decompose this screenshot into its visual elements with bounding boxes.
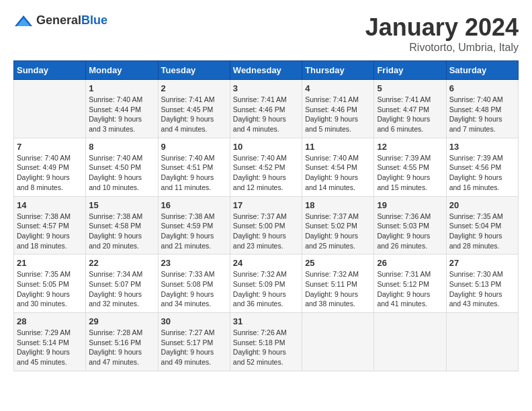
day-info: Sunrise: 7:38 AM Sunset: 4:58 PM Dayligh… xyxy=(89,212,154,251)
day-cell: 16Sunrise: 7:38 AM Sunset: 4:59 PM Dayli… xyxy=(158,196,230,255)
day-number: 21 xyxy=(17,258,83,268)
calendar-body: 1Sunrise: 7:40 AM Sunset: 4:44 PM Daylig… xyxy=(14,80,519,371)
day-number: 14 xyxy=(17,200,83,210)
day-info: Sunrise: 7:40 AM Sunset: 4:54 PM Dayligh… xyxy=(305,153,371,193)
day-cell: 26Sunrise: 7:31 AM Sunset: 5:12 PM Dayli… xyxy=(374,255,446,313)
day-info: Sunrise: 7:38 AM Sunset: 4:57 PM Dayligh… xyxy=(17,212,83,251)
day-number: 19 xyxy=(377,200,443,210)
header-cell-monday: Monday xyxy=(86,61,158,80)
day-number: 31 xyxy=(233,316,299,326)
day-info: Sunrise: 7:41 AM Sunset: 4:46 PM Dayligh… xyxy=(305,95,371,134)
day-number: 24 xyxy=(233,258,299,268)
day-info: Sunrise: 7:40 AM Sunset: 4:50 PM Dayligh… xyxy=(89,153,154,193)
day-cell: 3Sunrise: 7:41 AM Sunset: 4:46 PM Daylig… xyxy=(230,80,302,138)
day-cell: 24Sunrise: 7:32 AM Sunset: 5:09 PM Dayli… xyxy=(230,255,302,313)
day-info: Sunrise: 7:41 AM Sunset: 4:46 PM Dayligh… xyxy=(233,95,299,134)
day-info: Sunrise: 7:37 AM Sunset: 5:02 PM Dayligh… xyxy=(305,212,371,251)
day-cell: 6Sunrise: 7:40 AM Sunset: 4:48 PM Daylig… xyxy=(446,80,518,138)
header-cell-thursday: Thursday xyxy=(302,61,374,80)
day-number: 9 xyxy=(161,142,227,152)
day-info: Sunrise: 7:28 AM Sunset: 5:16 PM Dayligh… xyxy=(89,328,154,367)
week-row-3: 14Sunrise: 7:38 AM Sunset: 4:57 PM Dayli… xyxy=(14,196,519,255)
day-number: 25 xyxy=(305,258,371,268)
day-number: 11 xyxy=(305,142,371,152)
day-number: 22 xyxy=(89,258,154,268)
day-info: Sunrise: 7:39 AM Sunset: 4:56 PM Dayligh… xyxy=(449,153,515,193)
header-cell-tuesday: Tuesday xyxy=(158,61,230,80)
day-cell: 9Sunrise: 7:40 AM Sunset: 4:51 PM Daylig… xyxy=(158,138,230,196)
title-block: January 2024 Rivotorto, Umbria, Italy xyxy=(365,13,519,54)
day-cell: 29Sunrise: 7:28 AM Sunset: 5:16 PM Dayli… xyxy=(86,313,158,371)
day-cell: 11Sunrise: 7:40 AM Sunset: 4:54 PM Dayli… xyxy=(302,138,374,196)
day-cell: 7Sunrise: 7:40 AM Sunset: 4:49 PM Daylig… xyxy=(14,138,86,196)
day-info: Sunrise: 7:36 AM Sunset: 5:03 PM Dayligh… xyxy=(377,212,443,251)
day-number: 27 xyxy=(449,258,515,268)
day-number: 20 xyxy=(449,200,515,210)
day-cell: 17Sunrise: 7:37 AM Sunset: 5:00 PM Dayli… xyxy=(230,196,302,255)
day-number: 5 xyxy=(377,83,443,93)
day-number: 13 xyxy=(449,142,515,152)
header-cell-wednesday: Wednesday xyxy=(230,61,302,80)
day-cell xyxy=(14,80,86,138)
day-cell: 31Sunrise: 7:26 AM Sunset: 5:18 PM Dayli… xyxy=(230,313,302,371)
day-cell: 5Sunrise: 7:41 AM Sunset: 4:47 PM Daylig… xyxy=(374,80,446,138)
day-cell: 13Sunrise: 7:39 AM Sunset: 4:56 PM Dayli… xyxy=(446,138,518,196)
day-cell: 8Sunrise: 7:40 AM Sunset: 4:50 PM Daylig… xyxy=(86,138,158,196)
day-cell: 25Sunrise: 7:32 AM Sunset: 5:11 PM Dayli… xyxy=(302,255,374,313)
day-number: 10 xyxy=(233,142,299,152)
location-subtitle: Rivotorto, Umbria, Italy xyxy=(365,42,519,54)
day-info: Sunrise: 7:40 AM Sunset: 4:44 PM Dayligh… xyxy=(89,95,154,134)
day-info: Sunrise: 7:34 AM Sunset: 5:07 PM Dayligh… xyxy=(89,269,154,309)
day-cell xyxy=(446,313,518,371)
day-cell: 27Sunrise: 7:30 AM Sunset: 5:13 PM Dayli… xyxy=(446,255,518,313)
day-cell: 15Sunrise: 7:38 AM Sunset: 4:58 PM Dayli… xyxy=(86,196,158,255)
day-number: 30 xyxy=(161,316,227,326)
day-number: 18 xyxy=(305,200,371,210)
calendar-header: SundayMondayTuesdayWednesdayThursdayFrid… xyxy=(14,61,519,80)
day-info: Sunrise: 7:35 AM Sunset: 5:05 PM Dayligh… xyxy=(17,269,83,309)
day-info: Sunrise: 7:31 AM Sunset: 5:12 PM Dayligh… xyxy=(377,269,443,309)
day-cell: 10Sunrise: 7:40 AM Sunset: 4:52 PM Dayli… xyxy=(230,138,302,196)
day-info: Sunrise: 7:39 AM Sunset: 4:55 PM Dayligh… xyxy=(377,153,443,193)
day-cell: 30Sunrise: 7:27 AM Sunset: 5:17 PM Dayli… xyxy=(158,313,230,371)
header-cell-saturday: Saturday xyxy=(446,61,518,80)
day-cell: 19Sunrise: 7:36 AM Sunset: 5:03 PM Dayli… xyxy=(374,196,446,255)
day-info: Sunrise: 7:41 AM Sunset: 4:47 PM Dayligh… xyxy=(377,95,443,134)
day-info: Sunrise: 7:26 AM Sunset: 5:18 PM Dayligh… xyxy=(233,328,299,367)
day-cell: 21Sunrise: 7:35 AM Sunset: 5:05 PM Dayli… xyxy=(14,255,86,313)
day-number: 23 xyxy=(161,258,227,268)
day-number: 2 xyxy=(161,83,227,93)
day-info: Sunrise: 7:41 AM Sunset: 4:45 PM Dayligh… xyxy=(161,95,227,134)
day-number: 15 xyxy=(89,200,154,210)
logo-general: General xyxy=(36,13,81,27)
day-cell: 12Sunrise: 7:39 AM Sunset: 4:55 PM Dayli… xyxy=(374,138,446,196)
week-row-4: 21Sunrise: 7:35 AM Sunset: 5:05 PM Dayli… xyxy=(14,255,519,313)
month-title: January 2024 xyxy=(365,13,519,42)
day-info: Sunrise: 7:40 AM Sunset: 4:51 PM Dayligh… xyxy=(161,153,227,193)
day-info: Sunrise: 7:40 AM Sunset: 4:48 PM Dayligh… xyxy=(449,95,515,134)
day-info: Sunrise: 7:33 AM Sunset: 5:08 PM Dayligh… xyxy=(161,269,227,309)
day-number: 7 xyxy=(17,142,83,152)
day-number: 4 xyxy=(305,83,371,93)
day-number: 8 xyxy=(89,142,154,152)
day-cell: 2Sunrise: 7:41 AM Sunset: 4:45 PM Daylig… xyxy=(158,80,230,138)
day-cell xyxy=(302,313,374,371)
day-number: 1 xyxy=(89,83,154,93)
day-info: Sunrise: 7:40 AM Sunset: 4:49 PM Dayligh… xyxy=(17,153,83,193)
week-row-2: 7Sunrise: 7:40 AM Sunset: 4:49 PM Daylig… xyxy=(14,138,519,196)
day-info: Sunrise: 7:35 AM Sunset: 5:04 PM Dayligh… xyxy=(449,212,515,251)
day-info: Sunrise: 7:32 AM Sunset: 5:11 PM Dayligh… xyxy=(305,269,371,309)
day-cell: 14Sunrise: 7:38 AM Sunset: 4:57 PM Dayli… xyxy=(14,196,86,255)
day-info: Sunrise: 7:40 AM Sunset: 4:52 PM Dayligh… xyxy=(233,153,299,193)
logo-blue: Blue xyxy=(81,13,107,27)
day-cell: 28Sunrise: 7:29 AM Sunset: 5:14 PM Dayli… xyxy=(14,313,86,371)
calendar-table: SundayMondayTuesdayWednesdayThursdayFrid… xyxy=(13,60,519,371)
day-cell: 4Sunrise: 7:41 AM Sunset: 4:46 PM Daylig… xyxy=(302,80,374,138)
day-number: 16 xyxy=(161,200,227,210)
week-row-5: 28Sunrise: 7:29 AM Sunset: 5:14 PM Dayli… xyxy=(14,313,519,371)
logo-text: GeneralBlue xyxy=(36,13,107,28)
day-info: Sunrise: 7:30 AM Sunset: 5:13 PM Dayligh… xyxy=(449,269,515,309)
day-number: 29 xyxy=(89,316,154,326)
day-number: 12 xyxy=(377,142,443,152)
header-cell-friday: Friday xyxy=(374,61,446,80)
